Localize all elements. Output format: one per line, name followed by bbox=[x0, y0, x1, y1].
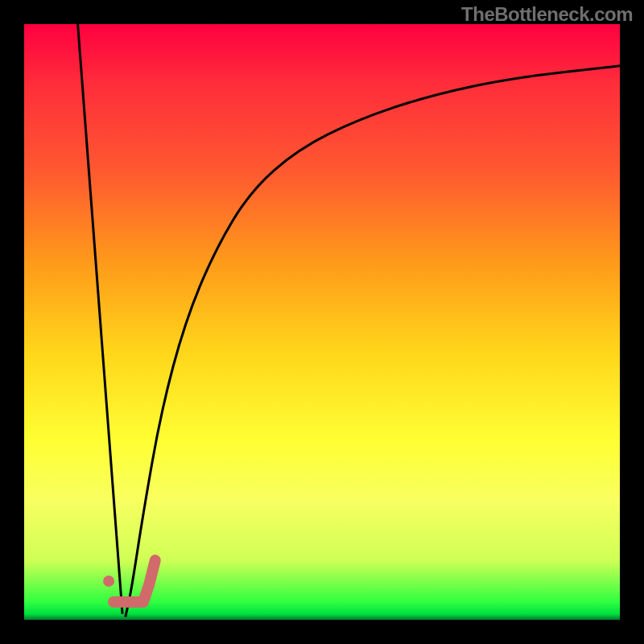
descending-line bbox=[78, 24, 123, 614]
chart-svg bbox=[24, 24, 620, 620]
marker-dot bbox=[103, 576, 114, 587]
attribution-text: TheBottleneck.com bbox=[461, 3, 633, 26]
plot-area bbox=[24, 24, 620, 620]
rising-curve bbox=[126, 66, 620, 617]
